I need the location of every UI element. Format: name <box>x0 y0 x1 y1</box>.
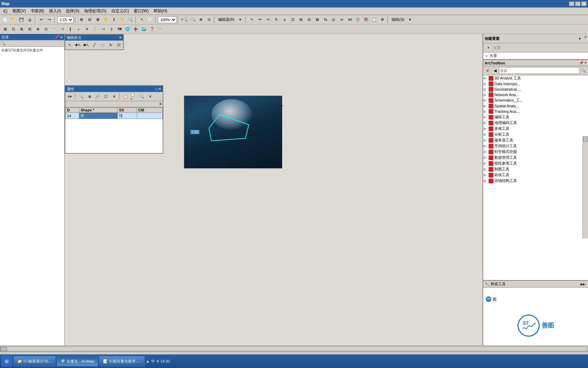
cut-btn[interactable]: ✂ <box>264 16 272 24</box>
start-button[interactable]: ⊞ <box>1 356 12 367</box>
construct-collapse-icon[interactable]: ▶▶ <box>581 282 585 286</box>
vector-item[interactable]: ▷ 矢量 <box>483 52 588 59</box>
menu-help[interactable]: 帮助(H) <box>151 7 169 15</box>
vector-expand[interactable]: ▾ <box>485 44 492 51</box>
assist-arrow[interactable]: ▾ <box>406 16 414 24</box>
menu-geoprocess[interactable]: 地理处理(G) <box>82 7 108 15</box>
redo-btn[interactable]: ↪ <box>46 16 53 24</box>
snap-center[interactable]: ⊙ <box>42 26 50 33</box>
table-paste[interactable]: 📋+ <box>130 93 137 100</box>
col-sx[interactable]: SX <box>118 108 137 113</box>
tree-item-4[interactable]: ⊕ Schematics_工... <box>483 97 588 103</box>
task-btn[interactable]: 📋 <box>371 16 378 24</box>
taskbar-word[interactable]: 📝 行面矢量化要求 -... <box>99 356 145 366</box>
tree-item-18[interactable]: ⊕ 宗地结构工具 <box>483 178 588 184</box>
save-btn[interactable]: 💾 <box>18 16 25 24</box>
zoom-full-btn[interactable]: ⊞ <box>78 16 85 24</box>
menu-window[interactable]: 窗口(W) <box>132 7 150 15</box>
menu-view[interactable]: 视图(V) <box>10 7 28 15</box>
taskbar-folder[interactable]: 📁 G:\杨美英\17矢... <box>14 356 55 366</box>
tree-item-7[interactable]: ⊕ 编辑工具 <box>483 114 588 120</box>
snap-grid[interactable]: ⋮ <box>91 26 99 33</box>
snap-vertex[interactable]: ⊞ <box>18 26 25 33</box>
edit-vertices-add[interactable]: ✚↖ <box>74 41 82 49</box>
col-shape[interactable]: Shape * <box>79 108 118 113</box>
catalog-close[interactable]: ✕ <box>60 35 63 40</box>
union-btn[interactable]: ⊞ <box>297 16 305 24</box>
edit-finish[interactable]: ☑ <box>115 41 122 49</box>
feature-btn[interactable]: ⬡ <box>354 16 362 24</box>
cjys-close[interactable]: × <box>584 35 587 42</box>
settings-btn[interactable]: ⚙ <box>379 16 386 24</box>
zoom-extent-btn[interactable]: ⊙ <box>205 16 213 24</box>
tree-item-3[interactable]: ⊕ Network Ana... <box>483 92 588 97</box>
tree-item-6[interactable]: ⊕ Tracking Ana... <box>483 109 588 114</box>
zoom-fixed-btn[interactable]: ⊕ <box>197 16 205 24</box>
snap-para[interactable]: ∥ <box>67 26 74 33</box>
arctoolbox-pin[interactable]: 📌 <box>579 61 584 65</box>
tree-item-2[interactable]: ⊕ Geostatistical ... <box>483 87 588 92</box>
rotate-btn[interactable]: ↻ <box>273 16 280 24</box>
editing-toolbar-close[interactable]: ✕ <box>119 35 122 40</box>
tree-item-11[interactable]: ⊕ 服务器工具 <box>483 137 588 143</box>
table-close-btn[interactable]: ✕ <box>146 93 154 100</box>
attr-btn[interactable]: ≡ <box>281 16 288 24</box>
subtract-btn[interactable]: ⊟ <box>305 16 313 24</box>
snap-tangent[interactable]: ⋯ <box>50 26 58 33</box>
snap-point[interactable]: • <box>75 26 82 33</box>
layer-btn[interactable]: 📚 <box>362 16 370 24</box>
tree-item-12[interactable]: ⊕ 空间统计工具 <box>483 143 588 149</box>
undo-btn[interactable]: ↩ <box>37 16 45 24</box>
arctools-menu[interactable]: ≡ <box>484 67 491 74</box>
menu-bookmarks[interactable]: 书签(B) <box>29 7 46 15</box>
topo-more[interactable]: ⊸ <box>99 26 107 33</box>
scale-tool[interactable]: ⇔ <box>338 16 345 24</box>
tree-item-0[interactable]: ⊕ 3D Analyst 工具 <box>483 75 588 81</box>
menu-insert[interactable]: 插入(I) <box>47 7 63 15</box>
tree-item-9[interactable]: ⊕ 多维工具 <box>483 126 588 132</box>
snap-inters[interactable]: ✕ <box>83 26 91 33</box>
construct-map-item[interactable]: 🗺 图 <box>486 296 496 302</box>
table-options[interactable]: ≡▾ <box>66 93 74 100</box>
zoom-in-btn[interactable]: +🔍 <box>181 16 188 24</box>
zoom-select-btn[interactable]: ⊠ <box>94 16 101 24</box>
menu-e[interactable]: E) <box>1 8 10 14</box>
tree-item-5[interactable]: ⊕ Spatial Analy... <box>483 103 588 109</box>
editor-arrow[interactable]: ▾ <box>236 16 244 24</box>
scrollbar-thumb[interactable] <box>583 136 588 142</box>
new-btn[interactable]: 📄 <box>1 16 9 24</box>
zoom-level[interactable]: 100% <box>158 16 177 23</box>
tree-item-16[interactable]: ⊕ 制图工具 <box>483 166 588 172</box>
buffer-btn[interactable]: ◎ <box>330 16 337 24</box>
offset-btn[interactable]: ⇆ <box>322 16 329 24</box>
col-cm[interactable]: CM <box>137 108 162 113</box>
edit-modify[interactable]: ⬚ <box>99 41 106 49</box>
snap-end[interactable]: ⊡ <box>10 26 17 33</box>
cjys-combo[interactable]: ▾ <box>576 35 584 42</box>
edit-sketch-line[interactable]: ╱ <box>91 41 98 49</box>
table-resize[interactable]: □ <box>155 87 158 91</box>
maximize-btn[interactable]: □ <box>575 1 581 6</box>
table-sub-close[interactable]: ✕ <box>159 102 162 106</box>
col-d[interactable]: D <box>66 108 79 113</box>
topo-edit[interactable]: ⟠ <box>108 26 115 33</box>
intersect-btn[interactable]: ⊠ <box>313 16 321 24</box>
menu-select[interactable]: 选择(S) <box>64 7 81 15</box>
edit-reshape[interactable]: ↻ <box>107 41 114 49</box>
snap-midpoint[interactable]: ⊕ <box>34 26 42 33</box>
snap-btn[interactable]: ⊡ <box>289 16 296 24</box>
map-scale[interactable]: 🗺 <box>116 26 123 33</box>
table-select-all[interactable]: ☐ <box>102 93 110 100</box>
tree-item-14[interactable]: ⊕ 数据管理工具 <box>483 155 588 160</box>
open-btn[interactable]: 📂 <box>10 16 17 24</box>
tree-scrollbar[interactable] <box>583 136 588 239</box>
print-btn[interactable]: 🖨 <box>26 16 33 24</box>
table-center[interactable]: ⊕ <box>86 93 93 100</box>
clear-select-btn[interactable]: ⬜ <box>146 16 154 24</box>
arctoolbox-close[interactable]: × <box>585 61 587 65</box>
table-delete[interactable]: ✕ <box>110 93 118 100</box>
arctools-back[interactable]: ◀ <box>491 67 499 74</box>
table-zoom[interactable]: 🔍 <box>78 93 85 100</box>
table-close[interactable]: ✕ <box>158 87 161 91</box>
taskbar-arcmap[interactable]: 🌍 矢量化 - ArcMap <box>57 356 98 366</box>
